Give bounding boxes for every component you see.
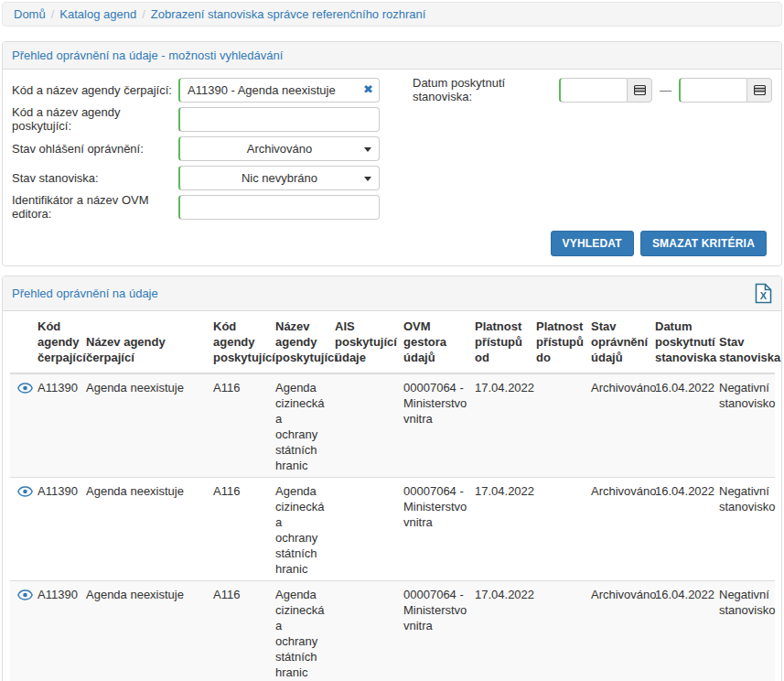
- datum-do-input[interactable]: [679, 78, 746, 103]
- cell-datum-stanoviska: 16.04.2022: [651, 478, 715, 581]
- datum-od-input[interactable]: [559, 78, 627, 103]
- breadcrumb-separator: /: [46, 7, 60, 21]
- breadcrumb: Domů/Katalog agend/Zobrazení stanoviska …: [2, 2, 782, 27]
- cell-ovm-gestora: 00007064 - Ministerstvo vnitra: [400, 478, 471, 581]
- cell-platnost-do: [532, 581, 587, 681]
- results-table-container: Kód agendy čerpající Název agendy čerpaj…: [3, 311, 781, 681]
- search-panel: Přehled oprávnění na údaje - možnosti vy…: [2, 41, 782, 266]
- ovm-editor-input[interactable]: [178, 195, 380, 220]
- table-row: A11390 Agenda neexistuje A116 Agenda ciz…: [10, 581, 775, 681]
- stav-ohlaseni-select[interactable]: Archivováno: [178, 136, 380, 161]
- field-row-agenda-cerpajici: Kód a název agendy čerpající: ✖: [12, 77, 391, 103]
- chevron-down-icon: [364, 147, 371, 152]
- column-header: Název agendy poskytující: [272, 311, 331, 373]
- cell-ovm-gestora: 00007064 - Ministerstvo vnitra: [400, 373, 471, 478]
- column-header-actions: [10, 311, 34, 373]
- cell-kod-agendy-cerpajici: A11390: [34, 373, 82, 478]
- cell-platnost-do: [532, 478, 587, 581]
- export-excel-button[interactable]: X: [755, 283, 772, 304]
- date-range-separator: —: [652, 83, 679, 97]
- column-header: Stav stanoviska: [715, 311, 775, 373]
- column-header: AIS poskytující údaje: [331, 311, 400, 373]
- results-table: Kód agendy čerpající Název agendy čerpaj…: [10, 311, 775, 681]
- column-header: Datum poskytnutí stanoviska: [651, 311, 715, 373]
- column-header: Platnost přístupů do: [532, 311, 587, 373]
- stav-stanoviska-selected-value: Nic nevybráno: [242, 171, 317, 185]
- cell-platnost-od: 17.04.2022: [471, 478, 532, 581]
- clear-input-icon[interactable]: ✖: [363, 82, 373, 97]
- cell-nazev-agendy-cerpajici: Agenda neexistuje: [82, 478, 209, 581]
- cell-kod-agendy-poskytujici: A116: [209, 581, 272, 681]
- view-detail-eye-icon[interactable]: [17, 589, 33, 604]
- table-row: A11390 Agenda neexistuje A116 Agenda ciz…: [10, 478, 775, 581]
- cell-ais-poskytujici: [331, 478, 400, 581]
- agenda-poskytujici-label: Kód a název agendy poskytující:: [12, 105, 178, 133]
- excel-export-icon: X: [755, 283, 772, 304]
- breadcrumb-link-katalog-agend[interactable]: Katalog agend: [59, 7, 136, 21]
- breadcrumb-separator: /: [136, 7, 151, 21]
- cell-kod-agendy-poskytujici: A116: [209, 373, 272, 478]
- cell-ais-poskytujici: [331, 373, 400, 478]
- ovm-editor-label: Identifikátor a název OVM editora:: [12, 193, 178, 221]
- field-row-stav-ohlaseni: Stav ohlášení oprávnění: Archivováno: [12, 135, 391, 161]
- agenda-cerpajici-input[interactable]: [178, 78, 380, 103]
- field-row-agenda-poskytujici: Kód a název agendy poskytující:: [12, 106, 391, 132]
- results-panel: Přehled oprávnění na údaje X Kód agendy …: [2, 276, 782, 681]
- column-header: Kód agendy poskytující: [209, 311, 272, 373]
- cell-platnost-od: 17.04.2022: [471, 373, 532, 478]
- search-panel-heading: Přehled oprávnění na údaje - možnosti vy…: [3, 42, 781, 70]
- cell-stav-opravneni: Archivováno: [587, 373, 651, 478]
- calendar-icon: [634, 84, 646, 95]
- calendar-button-to[interactable]: [746, 78, 772, 103]
- stav-stanoviska-select[interactable]: Nic nevybráno: [178, 166, 380, 190]
- column-header: Platnost přístupů od: [471, 311, 532, 373]
- cell-stav-stanoviska: Negativní stanovisko: [715, 373, 775, 478]
- calendar-icon: [754, 84, 766, 95]
- column-header: Kód agendy čerpající: [34, 311, 82, 373]
- cell-ais-poskytujici: [331, 581, 400, 681]
- results-panel-title: Přehled oprávnění na údaje: [12, 286, 158, 300]
- column-header: Stav oprávnění údajů: [587, 311, 651, 373]
- table-header-row: Kód agendy čerpající Název agendy čerpaj…: [10, 311, 775, 373]
- cell-stav-stanoviska: Negativní stanovisko: [715, 478, 775, 581]
- cell-ovm-gestora: 00007064 - Ministerstvo vnitra: [400, 581, 471, 681]
- table-row: A11390 Agenda neexistuje A116 Agenda ciz…: [10, 373, 775, 478]
- results-panel-heading: Přehled oprávnění na údaje X: [3, 276, 781, 311]
- cell-nazev-agendy-poskytujici: Agenda cizinecká a ochrany státních hran…: [272, 478, 331, 581]
- cell-nazev-agendy-poskytujici: Agenda cizinecká a ochrany státních hran…: [272, 373, 331, 478]
- chevron-down-icon: [364, 177, 371, 181]
- field-row-stav-stanoviska: Stav stanoviska: Nic nevybráno: [12, 165, 391, 190]
- column-header: OVM gestora údajů: [400, 311, 471, 373]
- cell-kod-agendy-cerpajici: A11390: [34, 478, 82, 581]
- calendar-button-from[interactable]: [627, 78, 652, 103]
- view-detail-eye-icon[interactable]: [17, 485, 33, 501]
- cell-kod-agendy-poskytujici: A116: [209, 478, 272, 581]
- stav-stanoviska-label: Stav stanoviska:: [12, 171, 178, 185]
- cell-nazev-agendy-poskytujici: Agenda cizinecká a ochrany státních hran…: [272, 581, 331, 681]
- search-form: Kód a název agendy čerpající: ✖ Kód a ná…: [3, 70, 781, 265]
- cell-stav-opravneni: Archivováno: [587, 581, 651, 681]
- view-detail-eye-icon[interactable]: [17, 382, 33, 397]
- cell-platnost-od: 17.04.2022: [471, 581, 532, 681]
- breadcrumb-current-page: Zobrazení stanoviska správce referenčníh…: [151, 7, 426, 21]
- agenda-cerpajici-label: Kód a název agendy čerpající:: [12, 83, 178, 97]
- cell-nazev-agendy-cerpajici: Agenda neexistuje: [82, 581, 209, 681]
- search-button[interactable]: VYHLEDAT: [551, 231, 634, 256]
- cell-stav-stanoviska: Negativní stanovisko: [715, 581, 775, 681]
- cell-stav-opravneni: Archivováno: [587, 478, 651, 581]
- breadcrumb-link-home[interactable]: Domů: [14, 7, 46, 21]
- cell-kod-agendy-cerpajici: A11390: [34, 581, 82, 681]
- cell-datum-stanoviska: 16.04.2022: [651, 373, 715, 478]
- column-header: Název agendy čerpající: [82, 311, 209, 373]
- agenda-poskytujici-input[interactable]: [178, 107, 380, 132]
- stav-ohlaseni-selected-value: Archivováno: [247, 142, 313, 156]
- field-row-ovm-editor: Identifikátor a název OVM editora:: [12, 194, 391, 220]
- search-panel-title: Přehled oprávnění na údaje - možnosti vy…: [12, 49, 283, 62]
- svg-text:X: X: [760, 290, 768, 301]
- cell-datum-stanoviska: 16.04.2022: [651, 581, 715, 681]
- clear-criteria-button[interactable]: SMAZAT KRITÉRIA: [640, 231, 767, 256]
- stav-ohlaseni-label: Stav ohlášení oprávnění:: [12, 142, 178, 156]
- field-row-datum-stanoviska: Datum poskytnutí stanoviska: —: [413, 77, 772, 103]
- cell-nazev-agendy-cerpajici: Agenda neexistuje: [82, 373, 209, 478]
- datum-stanoviska-label: Datum poskytnutí stanoviska:: [413, 76, 559, 103]
